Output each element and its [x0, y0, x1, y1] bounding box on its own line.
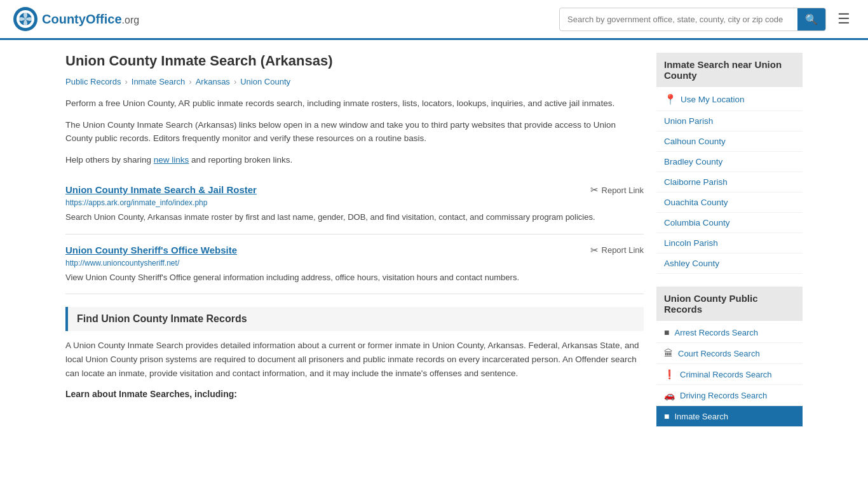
use-my-location-item[interactable]: 📍 Use My Location: [656, 88, 803, 111]
sidebar-criminal-records[interactable]: ❗ Criminal Records Search: [656, 364, 803, 385]
breadcrumb-sep-1: ›: [125, 77, 127, 86]
header-right: 🔍 ☰: [559, 8, 855, 31]
inmate-search-icon: ■: [664, 411, 669, 421]
record-url-2: http://www.unioncountysheriff.net/: [65, 259, 644, 268]
sidebar-court-records[interactable]: 🏛 Court Records Search: [656, 343, 803, 364]
logo-area[interactable]: CountyOffice.org: [13, 6, 139, 32]
sidebar-arrest-records[interactable]: ■ Arrest Records Search: [656, 322, 803, 343]
record-card-2-header: Union County Sheriff's Office Website ✂ …: [65, 245, 644, 256]
record-title-2[interactable]: Union County Sheriff's Office Website: [65, 245, 237, 255]
nearby-link-calhoun-county[interactable]: Calhoun County: [664, 137, 726, 146]
report-link-label-1: Report Link: [602, 186, 644, 195]
breadcrumb-sep-2: ›: [189, 77, 191, 86]
find-section-heading: Find Union County Inmate Records: [65, 307, 644, 331]
location-pin-icon: 📍: [664, 93, 677, 105]
unlink-icon-2: ✂: [590, 245, 599, 256]
nearby-link-columbia-county[interactable]: Columbia County: [664, 218, 730, 227]
intro-paragraph-1: Perform a free Union County, AR public i…: [65, 97, 644, 111]
sidebar-driving-records[interactable]: 🚗 Driving Records Search: [656, 385, 803, 406]
nearby-link-union-parish[interactable]: Union Parish: [664, 116, 713, 126]
breadcrumb-public-records[interactable]: Public Records: [65, 77, 121, 86]
nearby-link-claiborne-parish[interactable]: Claiborne Parish: [664, 177, 728, 187]
report-link-2[interactable]: ✂ Report Link: [590, 245, 644, 256]
hamburger-menu-icon[interactable]: ☰: [832, 8, 855, 30]
main-container: Union County Inmate Search (Arkansas) Pu…: [53, 40, 815, 452]
unlink-icon-1: ✂: [590, 184, 599, 196]
court-records-link[interactable]: Court Records Search: [678, 349, 760, 358]
sidebar-nearby-calhoun-county[interactable]: Calhoun County: [656, 132, 803, 152]
record-card-1: Union County Inmate Search & Jail Roster…: [65, 174, 644, 234]
report-link-1[interactable]: ✂ Report Link: [590, 184, 644, 196]
use-my-location-link[interactable]: Use My Location: [681, 95, 745, 104]
driving-records-icon: 🚗: [664, 390, 675, 400]
sidebar-public-records-section: Union County Public Records ■ Arrest Rec…: [656, 287, 803, 427]
sidebar: Inmate Search near Union County 📍 Use My…: [656, 53, 803, 440]
nearby-link-ashley-county[interactable]: Ashley County: [664, 259, 719, 268]
breadcrumb-arkansas[interactable]: Arkansas: [196, 77, 230, 86]
search-button[interactable]: 🔍: [797, 8, 825, 30]
breadcrumb: Public Records › Inmate Search › Arkansa…: [65, 77, 644, 86]
court-records-icon: 🏛: [664, 348, 673, 358]
sidebar-nearby-columbia-county[interactable]: Columbia County: [656, 213, 803, 233]
intro-paragraph-3: Help others by sharing new links and rep…: [65, 153, 644, 167]
record-desc-1: Search Union County, Arkansas inmate ros…: [65, 211, 644, 224]
logo-icon: [13, 6, 38, 32]
record-card-2: Union County Sheriff's Office Website ✂ …: [65, 234, 644, 295]
sidebar-nearby-lincoln-parish[interactable]: Lincoln Parish: [656, 233, 803, 254]
sidebar-inmate-search[interactable]: ■ Inmate Search: [656, 406, 803, 427]
record-title-1[interactable]: Union County Inmate Search & Jail Roster: [65, 184, 257, 195]
main-content: Union County Inmate Search (Arkansas) Pu…: [65, 53, 644, 440]
sidebar-nearby-claiborne-parish[interactable]: Claiborne Parish: [656, 172, 803, 193]
search-input[interactable]: [560, 10, 797, 29]
breadcrumb-sep-3: ›: [234, 77, 236, 86]
sidebar-nearby-union-parish[interactable]: Union Parish: [656, 111, 803, 132]
search-bar: 🔍: [559, 8, 826, 31]
site-header: CountyOffice.org 🔍 ☰: [0, 0, 868, 40]
criminal-records-icon: ❗: [664, 369, 675, 379]
record-url-1: https://apps.ark.org/inmate_info/index.p…: [65, 198, 644, 207]
breadcrumb-union-county[interactable]: Union County: [240, 77, 290, 86]
logo-text: CountyOffice.org: [42, 12, 139, 27]
sidebar-nearby-ouachita-county[interactable]: Ouachita County: [656, 193, 803, 213]
sidebar-public-records-title: Union County Public Records: [656, 287, 803, 321]
sidebar-nearby-section: Inmate Search near Union County 📍 Use My…: [656, 53, 803, 274]
arrest-records-link[interactable]: Arrest Records Search: [674, 328, 758, 337]
sidebar-nearby-title: Inmate Search near Union County: [656, 53, 803, 87]
arrest-records-icon: ■: [664, 327, 669, 337]
new-links-link[interactable]: new links: [154, 155, 189, 165]
criminal-records-link[interactable]: Criminal Records Search: [680, 370, 772, 379]
breadcrumb-inmate-search[interactable]: Inmate Search: [132, 77, 186, 86]
sidebar-nearby-ashley-county[interactable]: Ashley County: [656, 254, 803, 274]
sidebar-nearby-bradley-county[interactable]: Bradley County: [656, 152, 803, 172]
nearby-link-ouachita-county[interactable]: Ouachita County: [664, 198, 728, 207]
learn-heading: Learn about Inmate Searches, including:: [65, 389, 644, 399]
find-section-title: Find Union County Inmate Records: [77, 313, 635, 325]
nearby-link-bradley-county[interactable]: Bradley County: [664, 157, 722, 166]
record-desc-2: View Union County Sheriff's Office gener…: [65, 271, 644, 284]
report-link-label-2: Report Link: [602, 245, 644, 255]
intro-paragraph-2: The Union County Inmate Search (Arkansas…: [65, 118, 644, 146]
driving-records-link[interactable]: Driving Records Search: [680, 391, 767, 400]
nearby-link-lincoln-parish[interactable]: Lincoln Parish: [664, 238, 718, 248]
page-title: Union County Inmate Search (Arkansas): [65, 53, 644, 69]
record-card-1-header: Union County Inmate Search & Jail Roster…: [65, 184, 644, 196]
inmate-search-link[interactable]: Inmate Search: [674, 412, 728, 421]
find-section-body: A Union County Inmate Search provides de…: [65, 339, 644, 380]
